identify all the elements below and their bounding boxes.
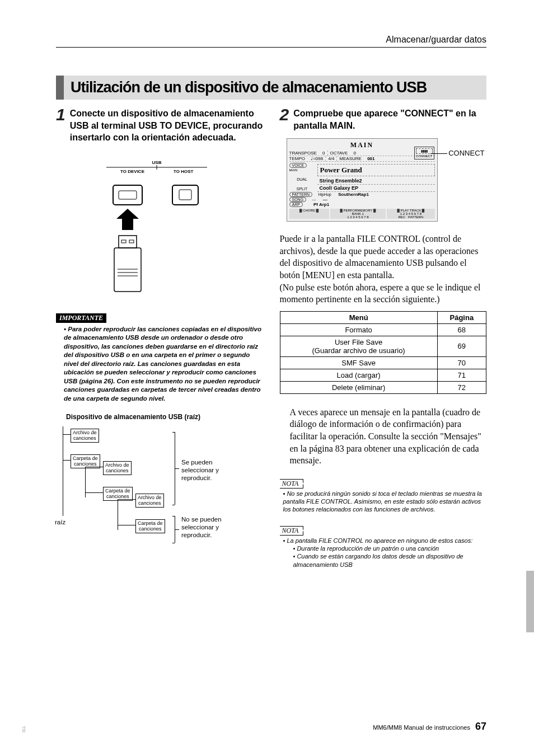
songfile-box: Archivo de canciones [71, 429, 99, 443]
page-title: Utilización de un dispositivo de almacen… [71, 79, 480, 96]
svg-marker-6 [116, 209, 139, 230]
svg-rect-9 [129, 240, 134, 243]
nota-1-text: • No se producirá ningún sonido si toca … [280, 489, 487, 514]
right-column: 2 Compruebe que aparece "CONNECT" en la … [280, 106, 487, 569]
importante-label: IMPORTANTE [56, 313, 106, 323]
footer-page: 67 [475, 721, 486, 732]
importante-text: • Para poder reproducir las canciones co… [56, 323, 263, 403]
songfile-box-3: Archivo de canciones [135, 494, 164, 508]
table-row: Delete (eliminar)72 [280, 381, 486, 393]
connect-callout: CONNECT [448, 149, 484, 157]
cannot-select-label: No se pueden seleccionar y reproducir. [181, 516, 237, 539]
title-block: Utilización de un dispositivo de almacen… [56, 76, 486, 100]
to-host-label: TO HOST [174, 169, 194, 174]
nota-2-text: • La pantalla FILE CONTROL no aparece en… [280, 536, 487, 569]
side-tab [526, 571, 534, 632]
step-1-number: 1 [56, 106, 65, 144]
svg-rect-2 [113, 185, 142, 205]
can-select-label: Se pueden seleccionar y reproducir. [181, 459, 237, 482]
header-rule [56, 47, 486, 48]
tree-heading: Dispositivo de almacenamiento USB (raíz) [66, 413, 263, 421]
nota-1-label: NOTA [280, 479, 304, 489]
footer-doc: MM6/MM8 Manual de instrucciones [373, 724, 470, 731]
root-label: raíz [55, 519, 65, 527]
step-1-text: Conecte un dispositivo de almacenamiento… [70, 106, 263, 144]
usb-diagram: USB TO DEVICE TO HOST [90, 157, 224, 294]
nota-2-label: NOTA [280, 526, 304, 536]
svg-rect-8 [121, 240, 126, 243]
table-header-menu: Menú [280, 311, 437, 323]
paragraph-1: Puede ir a la pantalla FILE CONTROL (con… [280, 233, 487, 281]
svg-rect-5 [179, 190, 191, 200]
step-2-number: 2 [280, 106, 289, 132]
table-row: Load (cargar)71 [280, 369, 486, 381]
table-header-page: Página [437, 311, 486, 323]
table-row: Formato68 [280, 323, 486, 336]
to-device-label: TO DEVICE [120, 169, 145, 174]
paragraph-2: (No pulse este botón ahora, espere a que… [280, 281, 487, 306]
side-code: 311 [22, 726, 26, 732]
step-2-text: Compruebe que aparece "CONNECT" en la pa… [293, 106, 486, 132]
folder-tree: raíz Archivo de canciones Carpeta de can… [56, 426, 263, 566]
callout-paragraph: A veces aparece un mensaje en la pantall… [290, 406, 483, 467]
svg-rect-10 [114, 248, 141, 292]
menu-table: MenúPágina Formato68 User File Save (Gua… [280, 311, 487, 394]
songfile-box-2: Archivo de canciones [103, 461, 132, 475]
songfolder-box-3: Carpeta de canciones [135, 519, 165, 533]
svg-rect-4 [172, 185, 198, 205]
table-row: User File Save (Guardar archivo de usuar… [280, 336, 486, 356]
page: Almacenar/guardar datos Utilización de u… [0, 0, 534, 756]
left-column: 1 Conecte un dispositivo de almacenamien… [56, 106, 263, 569]
lcd-title: MAIN [289, 141, 435, 149]
header-section: Almacenar/guardar datos [386, 35, 486, 45]
footer: MM6/MM8 Manual de instrucciones 67 [373, 721, 486, 732]
usb-label: USB [152, 160, 162, 165]
table-row: SMF Save70 [280, 356, 486, 369]
lcd-screenshot: MAIN ▮▮▮▮ CONNECT TRANSPOSE 0 OCTAVE 0 T… [287, 138, 438, 222]
svg-rect-3 [119, 191, 137, 199]
